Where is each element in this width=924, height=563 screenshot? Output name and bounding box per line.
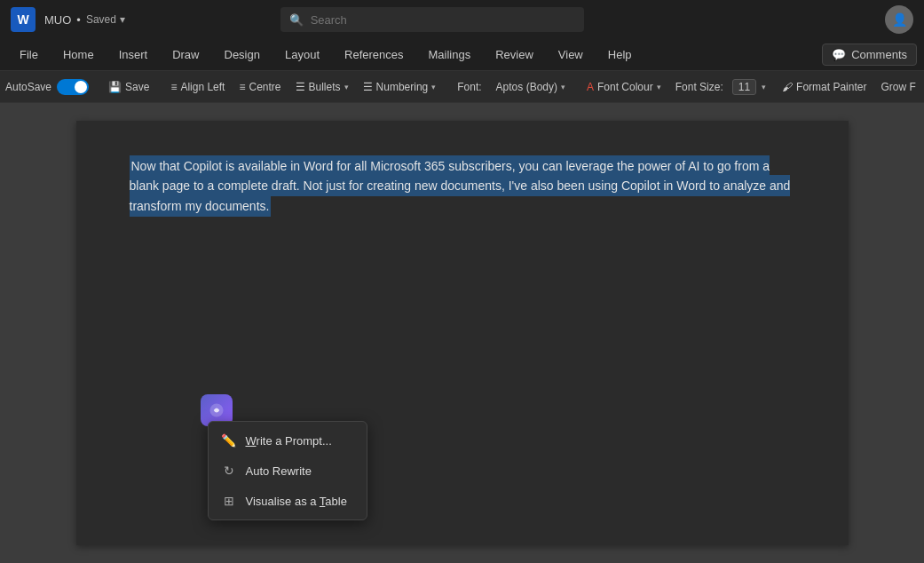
autosave-label: AutoSave: [5, 81, 51, 93]
bullets-icon: ☰: [296, 81, 305, 93]
tab-file[interactable]: File: [7, 43, 51, 67]
align-left-icon: ≡: [170, 81, 177, 93]
autosave-toggle[interactable]: [57, 79, 89, 95]
auto-rewrite-icon: ↻: [221, 463, 237, 479]
save-button[interactable]: 💾 Save: [103, 78, 154, 96]
search-icon: 🔍: [289, 13, 304, 27]
comments-icon: 💬: [832, 48, 846, 61]
comments-button[interactable]: 💬 Comments: [822, 44, 917, 66]
save-icon: 💾: [108, 81, 122, 93]
font-size-input[interactable]: 11: [732, 79, 756, 95]
font-size-label: Font Size:: [675, 81, 723, 93]
font-name-arrow: ▾: [561, 83, 565, 91]
format-painter-label: Format Painter: [796, 81, 866, 93]
numbering-button[interactable]: ☰ Numbering ▾: [358, 78, 442, 96]
tab-references[interactable]: References: [332, 43, 415, 67]
format-painter-icon: 🖌: [782, 81, 793, 93]
write-prompt-label: Write a Prompt...: [246, 434, 332, 448]
separator: •: [76, 13, 81, 27]
app-name: MUO: [44, 13, 71, 27]
tab-home[interactable]: Home: [51, 43, 107, 67]
document-text: Now that Copilot is available in Word fo…: [130, 156, 795, 216]
grow-font-label: Grow F: [881, 81, 915, 93]
menu-item-write-prompt[interactable]: ✏️ Write a Prompt...: [209, 425, 367, 456]
visualise-table-icon: ⊞: [221, 493, 237, 509]
auto-rewrite-label: Auto Rewrite: [246, 464, 312, 478]
write-prompt-icon: ✏️: [221, 432, 237, 448]
font-colour-label: Font Colour: [597, 81, 653, 93]
font-section: Font:: [452, 78, 486, 96]
document-area: Now that Copilot is available in Word fo…: [0, 103, 924, 563]
font-size-section: Font Size:: [670, 78, 729, 96]
font-label: Font:: [457, 81, 481, 93]
centre-button[interactable]: ≡ Centre: [233, 78, 286, 96]
font-colour-arrow: ▾: [657, 83, 661, 91]
word-logo: W: [11, 7, 36, 32]
bullets-button[interactable]: ☰ Bullets ▾: [290, 78, 354, 96]
selected-text: Now that Copilot is available in Word fo…: [130, 155, 791, 217]
copilot-context-menu: ✏️ Write a Prompt... ↻ Auto Rewrite ⊞ Vi…: [208, 421, 367, 520]
menu-item-visualise-table[interactable]: ⊞ Visualise as a Table: [209, 486, 367, 516]
tab-layout[interactable]: Layout: [272, 43, 332, 67]
tab-view[interactable]: View: [546, 43, 596, 67]
numbering-icon: ☰: [363, 81, 373, 93]
save-label: Save: [125, 81, 149, 93]
tab-help[interactable]: Help: [596, 43, 644, 67]
align-left-button[interactable]: ≡ Align Left: [165, 78, 230, 96]
menu-item-auto-rewrite[interactable]: ↻ Auto Rewrite: [209, 456, 367, 486]
toolbar: AutoSave 💾 Save ≡ Align Left ≡ Centre ☰ …: [0, 71, 924, 103]
tab-review[interactable]: Review: [483, 43, 546, 67]
align-left-label: Align Left: [180, 81, 225, 93]
doc-info: MUO • Saved ▾: [44, 13, 125, 27]
autosave-section: AutoSave: [5, 79, 89, 95]
tab-design[interactable]: Design: [212, 43, 272, 67]
tab-mailings[interactable]: Mailings: [416, 43, 484, 67]
centre-icon: ≡: [239, 81, 245, 93]
tab-draw[interactable]: Draw: [160, 43, 211, 67]
document-page: Now that Copilot is available in Word fo…: [76, 121, 849, 545]
bullets-label: Bullets: [309, 81, 341, 93]
title-bar: W MUO • Saved ▾ 🔍 👤: [0, 0, 924, 39]
font-name-dropdown[interactable]: Aptos (Body) ▾: [491, 78, 571, 96]
search-bar[interactable]: 🔍: [280, 7, 584, 32]
format-painter-button[interactable]: 🖌 Format Painter: [777, 78, 872, 96]
tab-insert[interactable]: Insert: [107, 43, 161, 67]
comments-label: Comments: [851, 48, 907, 61]
centre-label: Centre: [249, 81, 280, 93]
font-name-value: Aptos (Body): [496, 81, 557, 93]
search-input[interactable]: [311, 13, 575, 27]
user-avatar[interactable]: 👤: [885, 5, 913, 34]
ribbon-tabs: File Home Insert Draw Design Layout Refe…: [0, 39, 924, 71]
saved-status: Saved ▾: [86, 13, 125, 26]
bullets-arrow: ▾: [344, 83, 349, 91]
font-colour-icon: A: [587, 81, 594, 93]
numbering-arrow: ▾: [431, 83, 436, 91]
visualise-table-label: Visualise as a Table: [246, 495, 347, 508]
grow-font-button[interactable]: Grow F: [875, 78, 920, 96]
font-colour-button[interactable]: A Font Colour ▾: [581, 78, 667, 96]
font-size-arrow: ▾: [762, 83, 766, 91]
numbering-label: Numbering: [376, 81, 429, 93]
